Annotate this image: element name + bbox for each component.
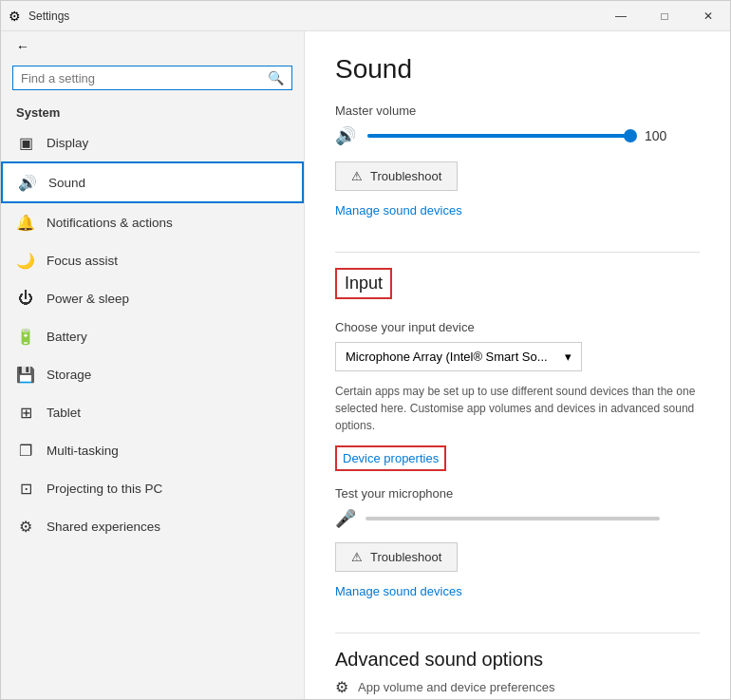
search-icon: 🔍 (268, 70, 284, 85)
display-icon: ▣ (16, 133, 35, 152)
divider-2 (335, 633, 700, 634)
input-note: Certain apps may be set up to use differ… (335, 383, 700, 434)
sidebar-item-multitasking[interactable]: ❐ Multi-tasking (1, 431, 304, 469)
microphone-icon: 🎤 (335, 508, 356, 529)
page-title: Sound (335, 54, 700, 85)
advanced-app-icon: ⚙ (335, 678, 348, 696)
battery-icon: 🔋 (16, 327, 35, 346)
focus-icon: 🌙 (16, 251, 35, 270)
mic-level-track (366, 517, 660, 520)
sidebar-item-label: Notifications & actions (47, 216, 173, 230)
main-content: Sound Master volume 🔊 100 ⚠ Troubleshoot… (305, 31, 730, 699)
projecting-icon: ⊡ (16, 479, 35, 498)
shared-icon: ⚙ (16, 517, 35, 536)
tablet-icon: ⊞ (16, 403, 35, 422)
input-device-dropdown-row: Microphone Array (Intel® Smart So... ▾ (335, 342, 700, 371)
sidebar-item-label: Multi-tasking (47, 444, 119, 458)
title-bar: ⚙ Settings — □ ✕ (1, 1, 730, 31)
sound-icon: 🔊 (18, 173, 37, 192)
advanced-app-row: ⚙ App volume and device preferences (335, 678, 700, 696)
sidebar-item-label: Projecting to this PC (47, 482, 162, 496)
choose-input-label: Choose your input device (335, 320, 700, 334)
divider-1 (335, 252, 700, 253)
title-bar-controls: — □ ✕ (599, 1, 730, 31)
input-device-dropdown[interactable]: Microphone Array (Intel® Smart So... ▾ (335, 342, 582, 371)
storage-icon: 💾 (16, 365, 35, 384)
sidebar-item-label: Storage (47, 368, 91, 382)
warn-icon-2: ⚠ (351, 550, 363, 564)
warn-icon-1: ⚠ (351, 169, 363, 183)
power-icon: ⏻ (16, 289, 35, 308)
sidebar-item-battery[interactable]: 🔋 Battery (1, 317, 304, 355)
input-section-title: Input (335, 268, 392, 299)
section-header: System (1, 98, 304, 123)
search-input[interactable] (21, 71, 262, 85)
title-bar-left: ⚙ Settings (9, 9, 69, 24)
test-microphone-label: Test your microphone (335, 486, 700, 501)
minimize-button[interactable]: — (599, 1, 643, 31)
title-bar-title: Settings (28, 9, 69, 23)
close-button[interactable]: ✕ (686, 1, 730, 31)
sidebar-item-tablet[interactable]: ⊞ Tablet (1, 393, 304, 431)
sidebar-item-label: Focus assist (47, 254, 118, 268)
sidebar-item-label: Display (47, 136, 88, 150)
sidebar-item-label: Shared experiences (47, 520, 160, 534)
multitasking-icon: ❐ (16, 441, 35, 460)
advanced-app-label: App volume and device preferences (358, 680, 554, 694)
back-icon: ← (16, 39, 29, 54)
mic-row: 🎤 (335, 508, 700, 529)
master-volume-label: Master volume (335, 104, 700, 118)
sidebar-item-label: Sound (48, 176, 85, 190)
sidebar-item-label: Tablet (47, 406, 81, 420)
sidebar-item-sound[interactable]: 🔊 Sound (1, 161, 304, 203)
troubleshoot-button-2[interactable]: ⚠ Troubleshoot (335, 542, 458, 572)
sidebar-item-focus[interactable]: 🌙 Focus assist (1, 241, 304, 279)
back-button[interactable]: ← (1, 31, 304, 62)
settings-window: ⚙ Settings — □ ✕ ← 🔍 System ▣ Display (0, 0, 731, 700)
advanced-sound-title: Advanced sound options (335, 649, 700, 671)
content-area: ← 🔍 System ▣ Display 🔊 Sound 🔔 Notificat… (1, 31, 730, 699)
volume-slider[interactable] (367, 134, 633, 138)
dropdown-chevron-icon: ▾ (565, 350, 572, 364)
sidebar-item-display[interactable]: ▣ Display (1, 123, 304, 161)
input-device-value: Microphone Array (Intel® Smart So... (346, 350, 548, 364)
settings-logo-icon: ⚙ (9, 9, 21, 24)
troubleshoot-button-1[interactable]: ⚠ Troubleshoot (335, 161, 458, 191)
device-properties-link[interactable]: Device properties (335, 445, 446, 471)
volume-row: 🔊 100 (335, 125, 700, 146)
maximize-button[interactable]: □ (643, 1, 686, 31)
notifications-icon: 🔔 (16, 213, 35, 232)
sidebar-item-storage[interactable]: 💾 Storage (1, 355, 304, 393)
sidebar: ← 🔍 System ▣ Display 🔊 Sound 🔔 Notificat… (1, 31, 305, 699)
sidebar-item-label: Power & sleep (47, 292, 129, 306)
search-box[interactable]: 🔍 (12, 66, 292, 90)
sidebar-item-label: Battery (47, 330, 87, 344)
sidebar-item-projecting[interactable]: ⊡ Projecting to this PC (1, 469, 304, 507)
volume-icon: 🔊 (335, 125, 356, 146)
manage-sound-devices-link-2[interactable]: Manage sound devices (335, 584, 462, 598)
sidebar-item-shared[interactable]: ⚙ Shared experiences (1, 507, 304, 545)
sidebar-item-power[interactable]: ⏻ Power & sleep (1, 279, 304, 317)
input-section: Input Choose your input device Microphon… (335, 268, 700, 617)
volume-value: 100 (645, 128, 678, 143)
sidebar-item-notifications[interactable]: 🔔 Notifications & actions (1, 203, 304, 241)
manage-sound-devices-link-1[interactable]: Manage sound devices (335, 203, 462, 218)
